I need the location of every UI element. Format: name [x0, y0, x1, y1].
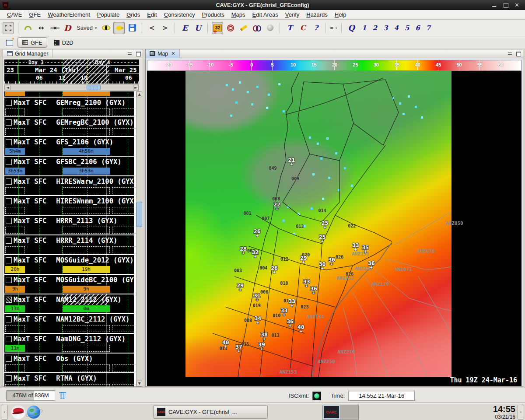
map-tab[interactable]: Map ✕ [146, 49, 180, 58]
stretch-tool-button[interactable]: ↔ [35, 22, 47, 34]
grid-block[interactable]: 13m [5, 305, 25, 312]
menu-item[interactable]: Edit [144, 10, 160, 19]
fullscreen-button[interactable] [3, 22, 14, 34]
grid-block[interactable] [112, 207, 138, 214]
grid-row-checkbox[interactable] [6, 277, 12, 283]
grid-list-scrollbar-thumb[interactable] [136, 202, 142, 227]
grid-row-checkbox[interactable] [6, 178, 12, 185]
grid-row[interactable]: MaxTSFCGEMregBC_2100 (GYX) [4, 117, 134, 136]
time-scrollbar-thumb[interactable]: ⋮⋮⋮ [87, 85, 101, 90]
equals-dropdown[interactable]: =▾ [330, 25, 337, 31]
grid-row[interactable]: MaxTSFCGEMreg_2100 (GYX) [4, 98, 134, 116]
workspace-2[interactable] [340, 405, 358, 419]
grid-block[interactable] [63, 108, 110, 116]
menu-item[interactable]: Verify [282, 10, 303, 19]
partial-grid-row[interactable] [4, 91, 134, 97]
taskbar-expand-button[interactable]: › [518, 405, 524, 420]
grid-row-checkbox[interactable] [6, 139, 12, 145]
grid-block[interactable] [63, 325, 110, 332]
quick-set-q-button[interactable]: Q [346, 22, 357, 34]
duck-tool-button[interactable] [113, 22, 125, 34]
saved-dropdown[interactable]: Saved ▾ [75, 24, 98, 31]
grid-block[interactable]: 5h4m [5, 148, 25, 155]
map-tab-close-icon[interactable]: ✕ [171, 51, 175, 56]
clock[interactable]: 14:55 03/21/16 [493, 405, 515, 420]
next-button[interactable]: > [159, 22, 171, 34]
quick-set-number-button[interactable]: 1 [359, 24, 369, 32]
grid-block[interactable] [5, 246, 25, 253]
grid-row[interactable]: MaxTSFCHRRR_2114 (GYX) [4, 235, 134, 254]
quick-set-number-button[interactable]: 6 [412, 24, 423, 32]
grid-row-checkbox[interactable] [6, 316, 12, 322]
menu-item[interactable]: Populate [94, 10, 123, 19]
grid-block[interactable] [112, 187, 138, 194]
grid-block[interactable] [63, 364, 110, 371]
grid-block[interactable] [5, 207, 25, 214]
maximize-button[interactable] [503, 3, 508, 8]
grid-row[interactable]: MaxTSFCNamDNG_2112 (GYX) 11m [4, 334, 134, 353]
grid-block[interactable] [5, 108, 25, 116]
grid-row[interactable]: MaxTSFCNAM12BC_2112 (GYX) [4, 314, 134, 333]
sample-value-button[interactable]: 32 [212, 22, 223, 34]
grid-block[interactable] [112, 246, 138, 253]
help-query-button[interactable]: ? [310, 22, 322, 34]
pencil-tool-button[interactable] [238, 22, 249, 34]
grid-row-checkbox[interactable] [6, 218, 12, 224]
grid-block[interactable] [5, 128, 25, 135]
grid-block[interactable]: 9h [63, 286, 110, 293]
grid-row-checkbox[interactable] [6, 336, 12, 342]
previous-button[interactable]: < [146, 22, 158, 34]
grid-block[interactable] [63, 227, 110, 234]
grid-block[interactable] [112, 325, 138, 332]
grid-block[interactable] [63, 187, 110, 194]
grid-block[interactable]: 19h [63, 266, 110, 273]
grid-block[interactable] [112, 364, 138, 371]
grid-row[interactable]: MaxTSFCRTMA (GYX) [4, 373, 134, 386]
grid-row[interactable]: MaxTSFCHIRESWarw_2100 (GYX) [4, 176, 134, 195]
grid-block[interactable] [5, 187, 25, 194]
menu-item[interactable]: Hazards [303, 10, 331, 19]
grid-list-scrollbar[interactable]: ▲ ▼ [136, 91, 142, 386]
map-display[interactable]: 0490090080010070140130220020200260120040… [147, 71, 522, 386]
save-button[interactable] [126, 22, 138, 34]
grid-block[interactable] [63, 246, 110, 253]
quick-set-number-button[interactable]: 5 [402, 24, 412, 32]
time-scrollbar[interactable]: ◄ ⋮⋮⋮ ► [4, 84, 139, 91]
panel-minimize-button[interactable] [508, 51, 513, 56]
menu-item[interactable]: Edit Areas [249, 10, 282, 19]
grid-row-checkbox[interactable] [6, 297, 12, 303]
grid-manager-tab[interactable]: Grid Manager [3, 49, 52, 58]
grid-block[interactable]: 9h [5, 286, 25, 293]
grid-block[interactable]: 0m [63, 305, 110, 312]
grid-row[interactable]: MaxTSFCMOSGuide_2012 (GYX) 20h 19h [4, 255, 134, 274]
menu-item[interactable]: Grids [123, 10, 144, 19]
temperature-colorbar[interactable]: -20 -15 -10 -5 0 5 10 15 20 2 [147, 60, 522, 71]
grid-block[interactable] [63, 91, 110, 96]
grid-row[interactable]: MaxTSFCGFS_2106 (GYX) 5h4m 4h56m [4, 137, 134, 156]
scroll-left-button[interactable]: ◄ [5, 85, 10, 90]
text-tool-button[interactable]: T [284, 22, 295, 34]
quick-set-number-button[interactable]: 4 [391, 24, 401, 32]
grid-block[interactable] [63, 345, 110, 352]
grid-block[interactable]: 20h [5, 266, 25, 273]
grid-row-checkbox[interactable] [6, 257, 12, 263]
grid-row-checkbox[interactable] [6, 375, 12, 382]
menu-item[interactable]: Maps [228, 10, 249, 19]
grid-block[interactable] [5, 227, 25, 234]
grid-row-checkbox[interactable] [6, 159, 12, 165]
grid-block[interactable] [112, 227, 138, 234]
menu-item[interactable]: WeatherElement [44, 10, 94, 19]
garbage-collect-button[interactable] [58, 391, 67, 401]
scroll-up-button[interactable]: ▲ [136, 91, 142, 97]
taskbar-collapse-button[interactable]: ‹ [1, 405, 8, 420]
menu-item[interactable]: Consistency [161, 10, 199, 19]
grid-row-checkbox[interactable] [6, 119, 12, 126]
minimize-button[interactable] [492, 3, 497, 8]
delete-grid-button[interactable]: D [62, 22, 73, 34]
awips-globe-icon[interactable] [27, 406, 40, 419]
tab-gfe[interactable]: GFE [18, 37, 47, 48]
menu-item[interactable]: CAVE [4, 10, 25, 19]
time-axis[interactable]: Day 3 Day 4 23 Mar 24 (Thu) Mar 25 06 12… [4, 60, 139, 84]
grid-row-checkbox[interactable] [6, 238, 12, 244]
globe-tool-button[interactable] [264, 22, 276, 34]
